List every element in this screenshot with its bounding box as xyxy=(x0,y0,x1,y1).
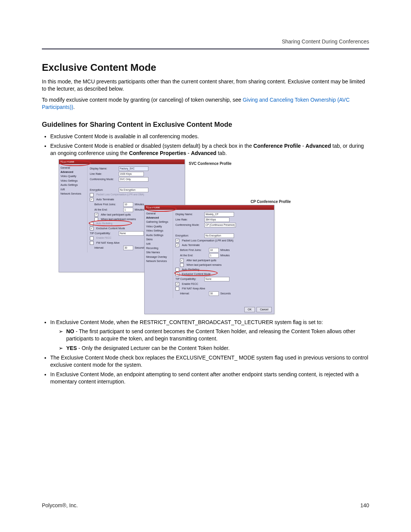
cp-encryption-select[interactable]: No Encryption xyxy=(204,233,234,238)
cp-nav-recording[interactable]: Recording xyxy=(146,246,171,250)
svc-sidebar: General Advanced Video Quality Video Set… xyxy=(59,164,88,252)
ok-button[interactable]: OK xyxy=(244,307,255,312)
cp-line-rate-label: Line Rate: xyxy=(175,218,203,221)
cp-exclusive-checkbox[interactable] xyxy=(175,272,179,276)
cp-after-quits-radio[interactable] xyxy=(180,259,184,262)
svc-after-quits-radio[interactable] xyxy=(94,213,98,217)
cp-titlebar: New Profile xyxy=(145,205,274,210)
cp-auto-redial-checkbox[interactable] xyxy=(175,268,179,272)
svc-when-remains-radio[interactable] xyxy=(94,217,98,221)
cp-button-bar: OK Cancel xyxy=(244,307,272,312)
cp-end-label: At the End: xyxy=(180,254,207,257)
cp-conf-mode-select[interactable]: CP (Continuous Presence) xyxy=(204,223,236,227)
figure-profile-dialogs: SVC Conference Profile CP Conference Pro… xyxy=(59,159,291,313)
cp-nav-site-names[interactable]: Site Names xyxy=(146,250,171,254)
intro2-post: . xyxy=(73,104,75,110)
svc-end-input[interactable]: 1 xyxy=(123,208,133,212)
svc-conf-mode-select[interactable]: SVC Only xyxy=(119,177,148,182)
svc-encryption-select[interactable]: No Encryption xyxy=(119,188,148,192)
cp-before-unit: Minutes xyxy=(220,248,230,252)
page: Sharing Content During Conferences Exclu… xyxy=(0,0,411,532)
svc-after-quits-label: After last participant quits xyxy=(101,213,131,216)
cp-plc-label: Packet Loss Compensation (LPR and DBA) xyxy=(182,239,233,242)
cancel-button[interactable]: Cancel xyxy=(256,307,272,312)
cp-nav-video-settings[interactable]: Video Settings xyxy=(146,228,171,233)
bullet-flag: In Exclusive Content Mode, when the REST… xyxy=(50,319,369,352)
svc-before-unit: Minutes xyxy=(135,203,144,206)
intro2-pre: To modify exclusive content mode by gran… xyxy=(42,97,243,103)
cp-after-quits-label: After last participant quits xyxy=(186,259,217,262)
cp-end-unit: Minutes xyxy=(220,254,230,257)
cp-interval-input[interactable]: 30 xyxy=(209,291,219,296)
cp-fwnat-checkbox[interactable] xyxy=(175,287,179,291)
svc-display-name-input[interactable]: Factory_SVC xyxy=(119,166,148,171)
svc-fwnat-label: FW NAT Keep Alive xyxy=(96,241,119,244)
cp-line-rate-select[interactable]: 384 Kbps xyxy=(204,217,229,222)
svc-interval-label: Interval: xyxy=(94,246,122,249)
bullet-rejected: In Exclusive Content Mode, an endpoint a… xyxy=(50,371,369,385)
guidelines-list-2: In Exclusive Content Mode, when the REST… xyxy=(50,319,369,385)
subsection-title: Guidelines for Sharing Content in Exclus… xyxy=(42,120,369,129)
sub-yes: YES - Only the designated Lecturer can b… xyxy=(59,345,369,352)
cp-plc-checkbox[interactable] xyxy=(175,239,179,243)
svc-nav-video-quality[interactable]: Video Quality xyxy=(61,174,86,178)
svc-before-label: Before First Joins: xyxy=(94,203,122,206)
svc-nav-advanced[interactable]: Advanced xyxy=(61,170,86,174)
bullet-enable-location: Exclusive Content Mode is enabled or dis… xyxy=(50,142,369,157)
cp-nav-network[interactable]: Network Services xyxy=(146,259,171,263)
caption-svc: SVC Conference Profile xyxy=(189,161,231,166)
svc-interval-input[interactable]: 30 xyxy=(123,246,133,250)
svc-interval-unit: Seconds xyxy=(135,246,145,249)
svc-plc-label: Packet Loss Compensation (LPR and DBA) xyxy=(96,193,144,197)
cp-fecc-checkbox[interactable] xyxy=(175,282,179,286)
svc-nav-video-settings[interactable]: Video Settings xyxy=(61,179,86,183)
svc-tip-select[interactable]: None xyxy=(119,231,144,236)
cp-nav-message-overlay[interactable]: Message Overlay xyxy=(146,255,171,259)
cp-nav-ivr[interactable]: IVR xyxy=(146,242,171,246)
svc-auto-redial-label: Auto Redialing xyxy=(96,222,112,225)
svc-display-name-label: Display Name: xyxy=(90,167,117,170)
cp-nav-skins[interactable]: Skins xyxy=(146,237,171,241)
svc-before-input[interactable]: 10 xyxy=(123,202,133,207)
svc-end-unit: Minutes xyxy=(135,208,144,211)
cp-tip-select[interactable]: None xyxy=(204,277,229,281)
svc-fecc-checkbox[interactable] xyxy=(90,236,94,240)
svc-plc-checkbox[interactable] xyxy=(90,193,94,197)
header-rule xyxy=(42,48,369,50)
cp-nav-advanced[interactable]: Advanced xyxy=(146,216,171,220)
cp-auto-terminate-label: Auto Terminate xyxy=(182,243,200,247)
cp-tip-label: TIP Compatibility: xyxy=(175,277,203,281)
bullet-available: Exclusive Content Mode is available in a… xyxy=(50,133,369,140)
svc-exclusive-checkbox[interactable] xyxy=(90,227,94,230)
svc-line-rate-label: Line Rate: xyxy=(90,172,117,176)
svc-titlebar: New Profile xyxy=(59,160,185,164)
cp-interval-label: Interval: xyxy=(180,292,207,295)
cp-auto-terminate-checkbox[interactable] xyxy=(175,243,179,247)
svc-nav-network[interactable]: Network Services xyxy=(61,192,86,196)
svc-nav-ivr[interactable]: IVR xyxy=(61,187,86,192)
cp-nav-general[interactable]: General xyxy=(146,211,171,216)
svc-auto-terminate-checkbox[interactable] xyxy=(90,198,94,201)
svc-nav-audio-settings[interactable]: Audio Settings xyxy=(61,183,86,187)
svc-nav-general[interactable]: General xyxy=(61,166,86,170)
cp-display-name-input[interactable]: Weekly_CP xyxy=(204,212,234,217)
svc-exclusive-label: Exclusive Content Mode xyxy=(96,227,125,230)
svc-when-remains-label: When last participant remains xyxy=(101,217,136,221)
section-title: Exclusive Content Mode xyxy=(42,61,369,74)
cp-nav-video-quality[interactable]: Video Quality xyxy=(146,224,171,228)
guidelines-list: Exclusive Content Mode is available in a… xyxy=(50,133,369,157)
svc-fwnat-checkbox[interactable] xyxy=(90,241,94,245)
svc-line-rate-select[interactable]: 1920 Kbps xyxy=(119,172,144,176)
cp-nav-audio-settings[interactable]: Audio Settings xyxy=(146,233,171,237)
page-footer: Polycom®, Inc. 140 xyxy=(42,502,369,509)
cp-end-input[interactable]: 1 xyxy=(209,253,219,258)
cp-before-input[interactable]: 10 xyxy=(209,248,219,252)
footer-company: Polycom®, Inc. xyxy=(42,502,78,509)
svc-tip-label: TIP Compatibility: xyxy=(90,232,117,235)
cp-exclusive-label: Exclusive Content Mode xyxy=(182,272,210,276)
cp-display-name-label: Display Name: xyxy=(175,212,203,216)
svc-conf-mode-label: Conferencing Mode: xyxy=(90,177,117,181)
svc-auto-redial-checkbox[interactable] xyxy=(90,222,94,226)
cp-nav-gathering[interactable]: Gathering Settings xyxy=(146,220,171,224)
cp-when-remains-radio[interactable] xyxy=(180,263,184,267)
